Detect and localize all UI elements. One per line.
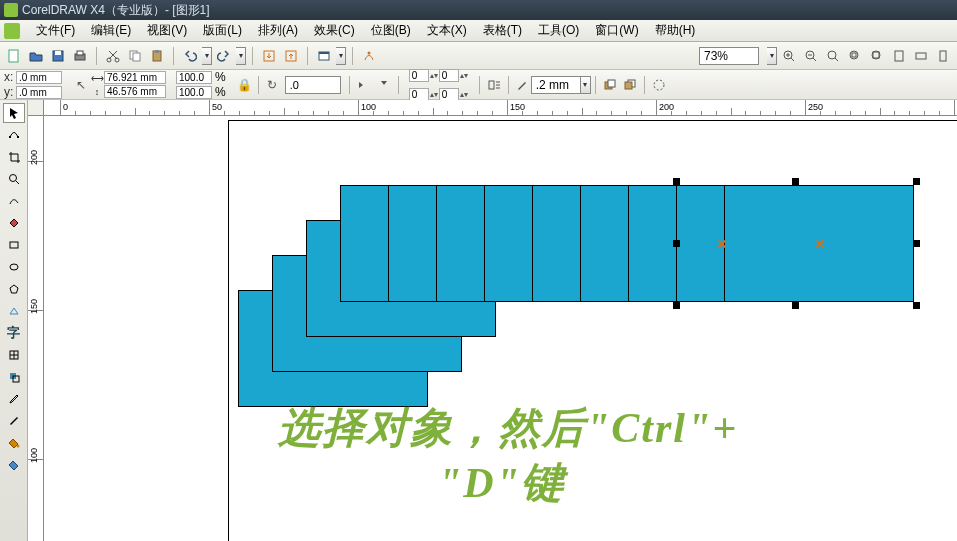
paste-icon[interactable] [147, 46, 167, 66]
spinner-icon[interactable]: ▴▾ [429, 66, 439, 84]
polygon-tool[interactable] [3, 279, 25, 299]
selection-handle[interactable] [913, 240, 920, 247]
menu-text[interactable]: 文本(X) [419, 20, 475, 41]
print-icon[interactable] [70, 46, 90, 66]
separator [258, 76, 259, 94]
dup-d[interactable] [439, 88, 459, 101]
scale-group: % % [176, 70, 226, 99]
new-icon[interactable] [4, 46, 24, 66]
zoom-all-icon[interactable] [867, 46, 887, 66]
ruler-vertical[interactable]: 200150100 [28, 116, 44, 541]
interactive-tool[interactable] [3, 367, 25, 387]
rectangle-tool[interactable] [3, 235, 25, 255]
menu-arrange[interactable]: 排列(A) [250, 20, 306, 41]
svg-rect-2 [55, 51, 61, 55]
save-icon[interactable] [48, 46, 68, 66]
to-back-icon[interactable] [620, 75, 640, 95]
canvas[interactable]: 050100150200250300 200150100 选择对象，然后"Ctr… [28, 100, 957, 541]
smart-fill-tool[interactable] [3, 213, 25, 233]
redo-icon[interactable] [214, 46, 234, 66]
zoom-out-icon[interactable] [801, 46, 821, 66]
dup-b[interactable] [439, 69, 459, 82]
open-icon[interactable] [26, 46, 46, 66]
menu-view[interactable]: 视图(V) [139, 20, 195, 41]
text-tool[interactable]: 字 [3, 323, 25, 343]
zoom-in-icon[interactable] [779, 46, 799, 66]
eyedropper-tool[interactable] [3, 389, 25, 409]
outline-tool[interactable] [3, 411, 25, 431]
scale-y-input[interactable] [176, 86, 212, 99]
crop-tool[interactable] [3, 147, 25, 167]
x-input[interactable] [16, 71, 62, 84]
convert-curves-icon[interactable] [649, 75, 669, 95]
shape-tool[interactable] [3, 125, 25, 145]
menu-table[interactable]: 表格(T) [475, 20, 530, 41]
zoom-100-icon[interactable] [823, 46, 843, 66]
selection-handle[interactable] [673, 240, 680, 247]
height-input[interactable] [104, 85, 166, 98]
export-icon[interactable] [281, 46, 301, 66]
dup-a[interactable] [409, 69, 429, 82]
menu-help[interactable]: 帮助(H) [647, 20, 704, 41]
selection-handle[interactable] [673, 302, 680, 309]
width-icon: ⟷ [90, 73, 104, 83]
ellipse-tool[interactable] [3, 257, 25, 277]
redo-dropdown[interactable]: ▾ [236, 47, 246, 65]
dup-c[interactable] [409, 88, 429, 101]
rotation-input[interactable] [285, 76, 341, 94]
zoom-page-icon[interactable] [889, 46, 909, 66]
import-icon[interactable] [259, 46, 279, 66]
selection-handle[interactable] [913, 178, 920, 185]
menu-edit[interactable]: 编辑(E) [83, 20, 139, 41]
undo-dropdown[interactable]: ▾ [202, 47, 212, 65]
welcome-icon[interactable] [359, 46, 379, 66]
freehand-tool[interactable] [3, 191, 25, 211]
selection-handle[interactable] [792, 302, 799, 309]
ruler-origin[interactable] [28, 100, 44, 116]
menu-bitmap[interactable]: 位图(B) [363, 20, 419, 41]
mirror-v-icon[interactable] [374, 75, 394, 95]
svg-rect-35 [10, 242, 18, 248]
app-launcher-icon[interactable] [314, 46, 334, 66]
undo-icon[interactable] [180, 46, 200, 66]
copy-icon[interactable] [125, 46, 145, 66]
zoom-selection-icon[interactable] [845, 46, 865, 66]
zoom-height-icon[interactable] [933, 46, 953, 66]
zoom-width-icon[interactable] [911, 46, 931, 66]
mirror-h-icon[interactable] [354, 75, 374, 95]
selection-handle[interactable] [913, 302, 920, 309]
width-input[interactable] [104, 71, 166, 84]
cut-icon[interactable] [103, 46, 123, 66]
menu-tools[interactable]: 工具(O) [530, 20, 587, 41]
basic-shapes-tool[interactable] [3, 301, 25, 321]
menubar: 文件(F) 编辑(E) 视图(V) 版面(L) 排列(A) 效果(C) 位图(B… [0, 20, 957, 42]
separator [349, 76, 350, 94]
selection-handle[interactable] [673, 178, 680, 185]
zoom-level-input[interactable]: 73% [699, 47, 759, 65]
zoom-tool[interactable] [3, 169, 25, 189]
lock-ratio-icon[interactable]: 🔒 [236, 76, 254, 94]
ruler-horizontal[interactable]: 050100150200250300 [44, 100, 957, 116]
scale-x-input[interactable] [176, 71, 212, 84]
launcher-dropdown[interactable]: ▾ [336, 47, 346, 65]
y-input[interactable] [16, 86, 62, 99]
wrap-text-icon[interactable] [484, 75, 504, 95]
interactive-fill-tool[interactable] [3, 455, 25, 475]
to-front-icon[interactable] [600, 75, 620, 95]
outline-width-input[interactable]: .2 mm [531, 76, 581, 94]
menu-layout[interactable]: 版面(L) [195, 20, 250, 41]
zoom-dropdown[interactable]: ▾ [767, 47, 777, 65]
separator [252, 47, 253, 65]
menu-file[interactable]: 文件(F) [28, 20, 83, 41]
pick-tool[interactable] [3, 103, 25, 123]
svg-rect-23 [895, 51, 903, 61]
window-title: CorelDRAW X4（专业版）- [图形1] [22, 0, 210, 20]
height-icon: ↕ [90, 87, 104, 97]
table-tool[interactable] [3, 345, 25, 365]
selection-handle[interactable] [792, 178, 799, 185]
menu-window[interactable]: 窗口(W) [587, 20, 646, 41]
fill-tool[interactable] [3, 433, 25, 453]
spinner-icon[interactable]: ▴▾ [459, 66, 469, 84]
outline-dropdown[interactable]: ▾ [581, 76, 591, 94]
menu-effects[interactable]: 效果(C) [306, 20, 363, 41]
